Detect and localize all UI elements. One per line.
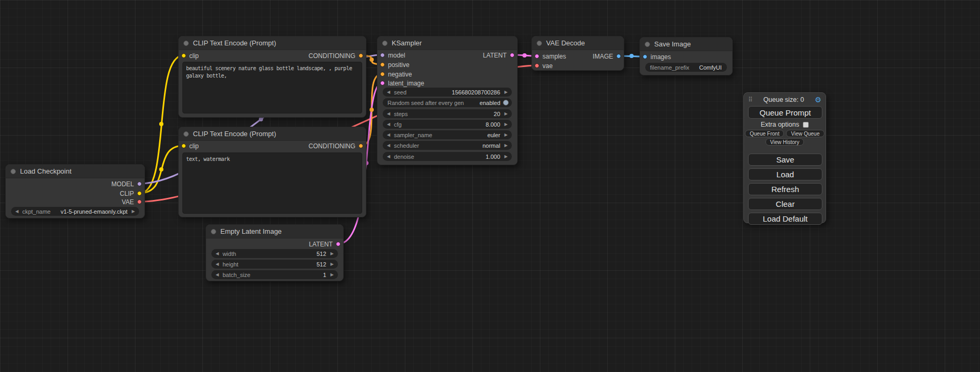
node-header[interactable]: CLIP Text Encode (Prompt) bbox=[179, 127, 366, 141]
slot-dot-clip[interactable] bbox=[181, 144, 186, 148]
output-slot-model[interactable]: MODEL bbox=[111, 179, 144, 189]
input-slot-samples[interactable]: samples bbox=[532, 52, 566, 61]
node-clip-text-encode-negative[interactable]: CLIP Text Encode (Prompt) clip CONDITION… bbox=[178, 127, 366, 217]
widget-scheduler[interactable]: ◀ scheduler normal ▶ bbox=[383, 141, 512, 150]
slot-dot-clip[interactable] bbox=[137, 191, 142, 196]
output-slot-conditioning[interactable]: CONDITIONING bbox=[308, 141, 366, 151]
slot-dot-conditioning[interactable] bbox=[358, 144, 363, 148]
arrow-right-icon[interactable]: ▶ bbox=[503, 111, 509, 116]
node-header[interactable]: CLIP Text Encode (Prompt) bbox=[179, 36, 366, 50]
settings-gear-icon[interactable]: ⚙ bbox=[814, 96, 821, 104]
slot-dot-model[interactable] bbox=[380, 53, 385, 58]
arrow-right-icon[interactable]: ▶ bbox=[329, 262, 335, 266]
widget-width[interactable]: ◀ width 512 ▶ bbox=[211, 249, 338, 258]
prompt-text-area[interactable]: beautiful scenery nature glass bottle la… bbox=[182, 62, 362, 113]
arrow-right-icon[interactable]: ▶ bbox=[130, 209, 137, 214]
output-slot-image[interactable]: IMAGE bbox=[593, 52, 624, 61]
input-slot-clip[interactable]: clip bbox=[179, 141, 199, 151]
collapse-dot-icon[interactable] bbox=[645, 42, 650, 47]
input-slot-images[interactable]: images bbox=[640, 52, 671, 62]
slot-dot-latent[interactable] bbox=[510, 53, 515, 58]
widget-sampler-name[interactable]: ◀ sampler_name euler ▶ bbox=[383, 130, 512, 139]
load-default-button[interactable]: Load Default bbox=[748, 213, 822, 225]
view-history-button[interactable]: View History bbox=[765, 138, 804, 146]
widget-denoise[interactable]: ◀ denoise 1.000 ▶ bbox=[383, 152, 512, 161]
slot-dot-image[interactable] bbox=[643, 54, 647, 59]
collapse-dot-icon[interactable] bbox=[537, 41, 542, 46]
node-header[interactable]: VAE Decode bbox=[532, 36, 624, 50]
output-slot-latent[interactable]: LATENT bbox=[309, 240, 343, 249]
widget-random-seed-toggle[interactable]: Random seed after every gen enabled bbox=[383, 98, 512, 107]
arrow-right-icon[interactable]: ▶ bbox=[329, 251, 335, 256]
arrow-right-icon[interactable]: ▶ bbox=[503, 132, 509, 137]
input-slot-vae[interactable]: vae bbox=[532, 61, 552, 71]
arrow-right-icon[interactable]: ▶ bbox=[503, 154, 509, 159]
slot-dot-conditioning[interactable] bbox=[380, 62, 385, 67]
slot-dot-latent[interactable] bbox=[336, 242, 341, 246]
collapse-dot-icon[interactable] bbox=[11, 169, 16, 174]
collapse-dot-icon[interactable] bbox=[183, 41, 189, 46]
widget-height[interactable]: ◀ height 512 ▶ bbox=[211, 260, 338, 269]
arrow-right-icon[interactable]: ▶ bbox=[503, 122, 509, 127]
toggle-knob[interactable] bbox=[503, 100, 509, 106]
save-button[interactable]: Save bbox=[748, 154, 822, 166]
extra-options-checkbox[interactable] bbox=[803, 122, 809, 128]
arrow-right-icon[interactable]: ▶ bbox=[503, 90, 509, 94]
widget-steps[interactable]: ◀ steps 20 ▶ bbox=[383, 109, 512, 118]
widget-filename-prefix[interactable]: filename_prefix ComfyUI bbox=[645, 63, 727, 72]
queue-front-button[interactable]: Queue Front bbox=[745, 130, 784, 137]
widget-batch-size[interactable]: ◀ batch_size 1 ▶ bbox=[211, 270, 338, 279]
arrow-left-icon[interactable]: ◀ bbox=[14, 209, 20, 214]
slot-dot-conditioning[interactable] bbox=[358, 53, 363, 58]
node-header[interactable]: KSampler bbox=[377, 36, 517, 50]
node-vae-decode[interactable]: VAE Decode samples vae IMAGE bbox=[531, 36, 624, 71]
widget-ckpt-name[interactable]: ◀ ckpt_name v1-5-pruned-emaonly.ckpt ▶ bbox=[11, 207, 139, 216]
input-slot-model[interactable]: model bbox=[377, 51, 405, 60]
node-header[interactable]: Empty Latent Image bbox=[206, 225, 343, 239]
widget-seed[interactable]: ◀ seed 156680208700286 ▶ bbox=[383, 88, 512, 97]
prompt-text-area[interactable]: text, watermark bbox=[182, 152, 362, 214]
slot-dot-latent[interactable] bbox=[380, 81, 385, 85]
arrow-left-icon[interactable]: ◀ bbox=[214, 251, 220, 256]
output-slot-latent[interactable]: LATENT bbox=[483, 51, 517, 60]
slot-dot-latent[interactable] bbox=[535, 54, 539, 59]
widget-cfg[interactable]: ◀ cfg 8.000 ▶ bbox=[383, 120, 512, 129]
slot-dot-model[interactable] bbox=[137, 182, 142, 186]
node-header[interactable]: Load Checkpoint bbox=[6, 165, 144, 178]
node-save-image[interactable]: Save Image images filename_prefix ComfyU… bbox=[639, 37, 733, 75]
load-button[interactable]: Load bbox=[748, 168, 822, 180]
queue-prompt-button[interactable]: Queue Prompt bbox=[748, 106, 822, 119]
slot-dot-image[interactable] bbox=[616, 54, 621, 59]
clear-button[interactable]: Clear bbox=[748, 198, 822, 210]
node-load-checkpoint[interactable]: Load Checkpoint MODEL CLIP VAE ◀ ckpt_na… bbox=[5, 164, 145, 218]
input-slot-latent-image[interactable]: latent_image bbox=[377, 79, 424, 88]
input-slot-positive[interactable]: positive bbox=[377, 60, 410, 70]
node-empty-latent-image[interactable]: Empty Latent Image LATENT ◀ width 512 ▶ … bbox=[206, 224, 344, 281]
output-slot-conditioning[interactable]: CONDITIONING bbox=[308, 51, 366, 61]
arrow-left-icon[interactable]: ◀ bbox=[385, 111, 392, 116]
collapse-dot-icon[interactable] bbox=[183, 131, 189, 137]
slot-dot-vae[interactable] bbox=[535, 63, 539, 68]
arrow-left-icon[interactable]: ◀ bbox=[385, 132, 392, 137]
arrow-left-icon[interactable]: ◀ bbox=[214, 262, 220, 266]
input-slot-clip[interactable]: clip bbox=[179, 51, 199, 61]
output-slot-vae[interactable]: VAE bbox=[122, 197, 144, 207]
graph-canvas[interactable]: Load Checkpoint MODEL CLIP VAE ◀ ckpt_na… bbox=[0, 0, 980, 372]
arrow-left-icon[interactable]: ◀ bbox=[385, 90, 392, 94]
drag-handle-icon[interactable]: ⠿ bbox=[748, 96, 753, 103]
slot-dot-vae[interactable] bbox=[137, 199, 142, 204]
node-header[interactable]: Save Image bbox=[640, 37, 732, 51]
arrow-left-icon[interactable]: ◀ bbox=[385, 122, 392, 127]
arrow-right-icon[interactable]: ▶ bbox=[503, 143, 509, 148]
arrow-right-icon[interactable]: ▶ bbox=[329, 272, 335, 277]
arrow-left-icon[interactable]: ◀ bbox=[385, 154, 392, 159]
slot-dot-conditioning[interactable] bbox=[380, 72, 385, 77]
arrow-left-icon[interactable]: ◀ bbox=[214, 272, 220, 277]
refresh-button[interactable]: Refresh bbox=[748, 183, 822, 195]
node-clip-text-encode-positive[interactable]: CLIP Text Encode (Prompt) clip CONDITION… bbox=[178, 36, 366, 118]
arrow-left-icon[interactable]: ◀ bbox=[385, 143, 392, 148]
collapse-dot-icon[interactable] bbox=[382, 41, 387, 46]
node-ksampler[interactable]: KSampler model positive negative latent_… bbox=[377, 36, 518, 165]
input-slot-negative[interactable]: negative bbox=[377, 70, 412, 79]
view-queue-button[interactable]: View Queue bbox=[786, 130, 824, 137]
